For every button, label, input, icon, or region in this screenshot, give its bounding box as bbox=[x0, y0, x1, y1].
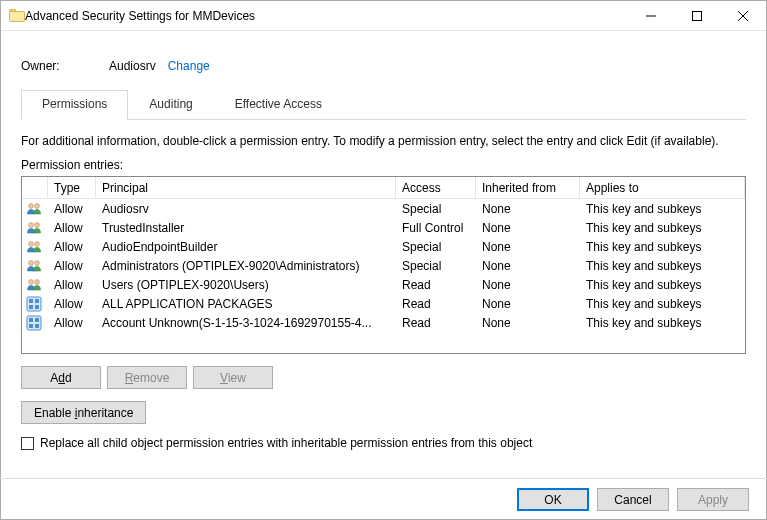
users-icon bbox=[26, 277, 44, 293]
svg-rect-22 bbox=[35, 318, 39, 322]
cell-inherited: None bbox=[476, 297, 580, 311]
users-icon bbox=[26, 258, 44, 274]
cell-type: Allow bbox=[48, 297, 96, 311]
cell-principal: Account Unknown(S-1-15-3-1024-1692970155… bbox=[96, 316, 396, 330]
table-row[interactable]: AllowAudioEndpointBuilderSpecialNoneThis… bbox=[22, 237, 745, 256]
app-package-icon bbox=[26, 315, 44, 331]
enable-inheritance-button[interactable]: Enable inheritance bbox=[21, 401, 146, 424]
tab-permissions[interactable]: Permissions bbox=[21, 90, 128, 120]
cell-applies: This key and subkeys bbox=[580, 316, 745, 330]
cell-access: Read bbox=[396, 297, 476, 311]
svg-point-6 bbox=[35, 203, 40, 208]
permissions-grid[interactable]: Type Principal Access Inherited from App… bbox=[21, 176, 746, 354]
table-row[interactable]: AllowTrustedInstallerFull ControlNoneThi… bbox=[22, 218, 745, 237]
dialog-content: Owner: Audiosrv Change Permissions Audit… bbox=[1, 31, 766, 462]
cell-access: Full Control bbox=[396, 221, 476, 235]
owner-label: Owner: bbox=[21, 59, 109, 73]
replace-children-label: Replace all child object permission entr… bbox=[40, 436, 532, 450]
close-button[interactable] bbox=[720, 1, 766, 31]
app-package-icon bbox=[26, 296, 44, 312]
replace-children-checkbox[interactable] bbox=[21, 437, 34, 450]
tab-auditing[interactable]: Auditing bbox=[128, 90, 213, 120]
owner-name: Audiosrv bbox=[109, 59, 156, 73]
owner-row: Owner: Audiosrv Change bbox=[21, 45, 746, 89]
cell-applies: This key and subkeys bbox=[580, 259, 745, 273]
svg-point-9 bbox=[29, 241, 34, 246]
change-owner-link[interactable]: Change bbox=[168, 59, 210, 73]
svg-rect-21 bbox=[29, 318, 33, 322]
cell-principal: Audiosrv bbox=[96, 202, 396, 216]
col-applies[interactable]: Applies to bbox=[580, 177, 745, 198]
users-icon bbox=[26, 201, 44, 217]
tab-effective-access[interactable]: Effective Access bbox=[214, 90, 343, 120]
svg-line-4 bbox=[738, 11, 748, 21]
cell-inherited: None bbox=[476, 240, 580, 254]
svg-rect-24 bbox=[35, 324, 39, 328]
cell-principal: Users (OPTIPLEX-9020\Users) bbox=[96, 278, 396, 292]
users-icon bbox=[26, 239, 44, 255]
cell-inherited: None bbox=[476, 278, 580, 292]
cell-applies: This key and subkeys bbox=[580, 221, 745, 235]
view-button[interactable]: View bbox=[193, 366, 273, 389]
entries-label: Permission entries: bbox=[21, 158, 746, 176]
minimize-button[interactable] bbox=[628, 1, 674, 31]
svg-rect-16 bbox=[29, 299, 33, 303]
cell-principal: ALL APPLICATION PACKAGES bbox=[96, 297, 396, 311]
window-title: Advanced Security Settings for MMDevices bbox=[25, 9, 255, 23]
svg-rect-2 bbox=[693, 11, 702, 20]
cell-principal: TrustedInstaller bbox=[96, 221, 396, 235]
cancel-button[interactable]: Cancel bbox=[597, 488, 669, 511]
add-button[interactable]: Add bbox=[21, 366, 101, 389]
titlebar: Advanced Security Settings for MMDevices bbox=[1, 1, 766, 31]
col-type[interactable]: Type bbox=[48, 177, 96, 198]
svg-rect-17 bbox=[35, 299, 39, 303]
col-principal[interactable]: Principal bbox=[96, 177, 396, 198]
cell-inherited: None bbox=[476, 202, 580, 216]
cell-applies: This key and subkeys bbox=[580, 278, 745, 292]
ok-button[interactable]: OK bbox=[517, 488, 589, 511]
table-row[interactable]: AllowALL APPLICATION PACKAGESReadNoneThi… bbox=[22, 294, 745, 313]
svg-point-11 bbox=[29, 260, 34, 265]
cell-inherited: None bbox=[476, 221, 580, 235]
svg-line-3 bbox=[738, 11, 748, 21]
svg-rect-18 bbox=[29, 305, 33, 309]
cell-applies: This key and subkeys bbox=[580, 297, 745, 311]
cell-type: Allow bbox=[48, 221, 96, 235]
table-row[interactable]: AllowAccount Unknown(S-1-15-3-1024-16929… bbox=[22, 313, 745, 332]
dialog-footer: OK Cancel Apply bbox=[0, 478, 767, 520]
cell-type: Allow bbox=[48, 316, 96, 330]
apply-button[interactable]: Apply bbox=[677, 488, 749, 511]
cell-access: Read bbox=[396, 278, 476, 292]
svg-point-10 bbox=[35, 241, 40, 246]
cell-applies: This key and subkeys bbox=[580, 240, 745, 254]
svg-rect-23 bbox=[29, 324, 33, 328]
cell-access: Special bbox=[396, 240, 476, 254]
maximize-button[interactable] bbox=[674, 1, 720, 31]
cell-type: Allow bbox=[48, 259, 96, 273]
table-row[interactable]: AllowUsers (OPTIPLEX-9020\Users)ReadNone… bbox=[22, 275, 745, 294]
cell-principal: Administrators (OPTIPLEX-9020\Administra… bbox=[96, 259, 396, 273]
instructions-text: For additional information, double-click… bbox=[21, 120, 746, 158]
cell-type: Allow bbox=[48, 240, 96, 254]
cell-access: Special bbox=[396, 259, 476, 273]
folder-icon bbox=[9, 8, 25, 24]
cell-access: Special bbox=[396, 202, 476, 216]
svg-point-14 bbox=[35, 279, 40, 284]
cell-type: Allow bbox=[48, 202, 96, 216]
svg-point-12 bbox=[35, 260, 40, 265]
cell-access: Read bbox=[396, 316, 476, 330]
table-row[interactable]: AllowAudiosrvSpecialNoneThis key and sub… bbox=[22, 199, 745, 218]
svg-point-7 bbox=[29, 222, 34, 227]
tabstrip: Permissions Auditing Effective Access bbox=[21, 89, 746, 120]
cell-inherited: None bbox=[476, 259, 580, 273]
svg-rect-19 bbox=[35, 305, 39, 309]
table-row[interactable]: AllowAdministrators (OPTIPLEX-9020\Admin… bbox=[22, 256, 745, 275]
svg-rect-0 bbox=[10, 11, 25, 21]
col-access[interactable]: Access bbox=[396, 177, 476, 198]
cell-inherited: None bbox=[476, 316, 580, 330]
svg-point-13 bbox=[29, 279, 34, 284]
cell-principal: AudioEndpointBuilder bbox=[96, 240, 396, 254]
col-inherited[interactable]: Inherited from bbox=[476, 177, 580, 198]
cell-applies: This key and subkeys bbox=[580, 202, 745, 216]
remove-button[interactable]: Remove bbox=[107, 366, 187, 389]
